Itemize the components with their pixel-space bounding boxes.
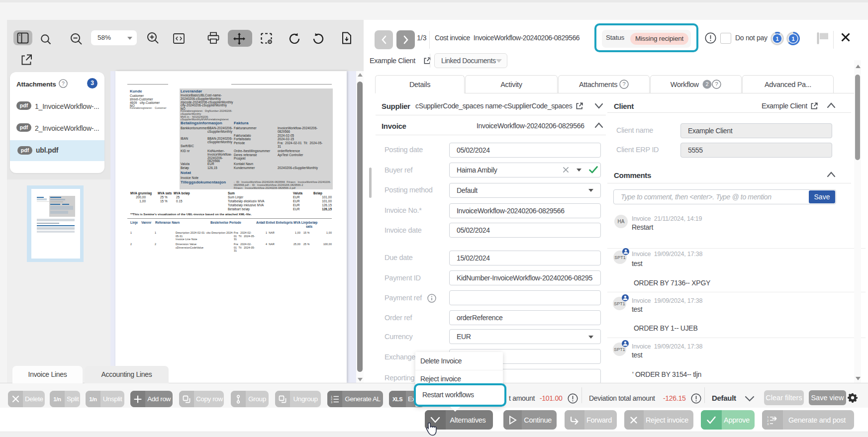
svg-text:1: 1 xyxy=(767,416,769,419)
svg-text:3: 3 xyxy=(331,401,332,404)
svg-text:2: 2 xyxy=(767,419,769,422)
svg-text:2: 2 xyxy=(706,81,709,87)
svg-text:?: ? xyxy=(62,81,65,87)
svg-text:1: 1 xyxy=(775,36,778,42)
svg-text:?: ? xyxy=(623,81,626,87)
svg-text:?: ? xyxy=(715,81,718,87)
svg-text:1: 1 xyxy=(791,36,794,42)
svg-text:3: 3 xyxy=(767,423,769,425)
